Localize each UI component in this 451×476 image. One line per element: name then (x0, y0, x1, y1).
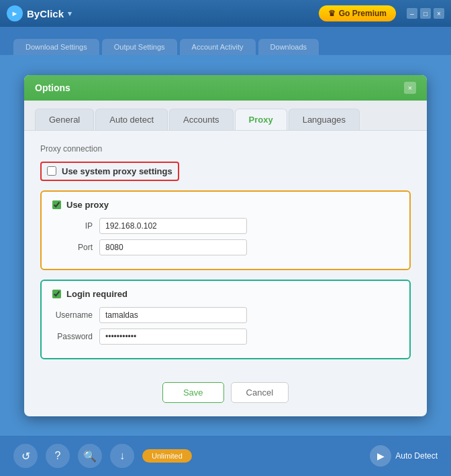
system-proxy-label: Use system proxy settings (62, 166, 172, 176)
options-dialog: Options × General Auto detect Accounts P… (24, 75, 427, 416)
premium-label: Go Premium (339, 9, 387, 18)
tab-general[interactable]: General (35, 109, 94, 130)
title-bar: ► ByClick ▾ ♛ Go Premium – □ × (0, 0, 451, 27)
login-box-header: Login required (52, 289, 399, 299)
app-dropdown-arrow[interactable]: ▾ (68, 9, 72, 18)
premium-icon: ♛ (328, 9, 336, 18)
login-required-checkbox[interactable] (52, 290, 61, 298)
dialog-header: Options × (24, 75, 427, 101)
auto-detect-label: Auto Detect (395, 451, 438, 461)
ip-input[interactable] (99, 218, 247, 234)
download-icon: ↓ (119, 450, 125, 462)
refresh-button[interactable]: ↺ (13, 444, 38, 468)
nav-tab-account-activity[interactable]: Account Activity (180, 39, 256, 55)
main-area: Options × General Auto detect Accounts P… (0, 55, 451, 436)
tab-accounts[interactable]: Accounts (169, 109, 233, 130)
system-proxy-checkbox[interactable] (47, 166, 56, 176)
download-button[interactable]: ↓ (110, 444, 134, 468)
auto-detect-button[interactable]: ▶ Auto Detect (370, 445, 438, 467)
help-icon: ? (55, 450, 61, 462)
password-label: Password (52, 332, 93, 341)
search-button[interactable]: 🔍 (78, 444, 102, 468)
nav-tab-downloads[interactable]: Downloads (258, 39, 319, 55)
bottom-bar: ↺ ? 🔍 ↓ Unlimited ▶ Auto Detect (0, 436, 451, 476)
maximize-button[interactable]: □ (420, 8, 431, 19)
use-proxy-header: Use proxy (52, 200, 399, 210)
save-button[interactable]: Save (162, 382, 224, 403)
port-field-row: Port (52, 239, 399, 255)
tab-auto-detect[interactable]: Auto detect (95, 109, 168, 130)
auto-detect-icon: ▶ (370, 445, 391, 467)
help-button[interactable]: ? (46, 444, 70, 468)
use-proxy-box: Use proxy IP Port (40, 190, 411, 270)
logo-icon: ► (7, 5, 23, 21)
port-label: Port (52, 243, 93, 252)
use-proxy-checkbox[interactable] (52, 200, 61, 209)
cancel-button[interactable]: Cancel (231, 382, 289, 403)
go-premium-button[interactable]: ♛ Go Premium (319, 5, 396, 21)
password-input[interactable] (99, 329, 247, 345)
proxy-section-title: Proxy connection (40, 144, 411, 154)
password-field-row: Password (52, 329, 399, 345)
app-name: ByClick (27, 8, 64, 19)
dialog-title: Options (35, 82, 70, 93)
username-label: Username (52, 310, 93, 320)
login-required-label: Login required (66, 289, 128, 299)
tab-proxy[interactable]: Proxy (235, 109, 287, 130)
dialog-tabs: General Auto detect Accounts Proxy Langu… (24, 101, 427, 131)
refresh-icon: ↺ (21, 450, 30, 463)
login-box: Login required Username Password (40, 280, 411, 359)
app-logo: ► ByClick ▾ (7, 5, 72, 21)
username-input[interactable] (99, 307, 247, 323)
dialog-close-button[interactable]: × (404, 82, 416, 94)
ip-label: IP (52, 221, 93, 231)
tab-languages[interactable]: Languages (289, 109, 360, 130)
search-icon: 🔍 (83, 450, 97, 463)
use-proxy-label: Use proxy (66, 200, 109, 210)
nav-tab-output-settings[interactable]: Output Settings (102, 39, 177, 55)
nav-tab-download-settings[interactable]: Download Settings (13, 39, 99, 55)
window-controls: – □ × (407, 8, 444, 19)
close-button[interactable]: × (434, 8, 444, 19)
status-label: Unlimited (152, 452, 183, 460)
username-field-row: Username (52, 307, 399, 323)
status-badge: Unlimited (142, 449, 192, 463)
ip-field-row: IP (52, 218, 399, 234)
dialog-footer: Save Cancel (24, 373, 427, 416)
nav-tabs-bar: Download Settings Output Settings Accoun… (0, 27, 451, 55)
system-proxy-row: Use system proxy settings (40, 162, 179, 181)
port-input[interactable] (99, 239, 247, 255)
minimize-button[interactable]: – (407, 8, 417, 19)
dialog-content: Proxy connection Use system proxy settin… (24, 131, 427, 373)
